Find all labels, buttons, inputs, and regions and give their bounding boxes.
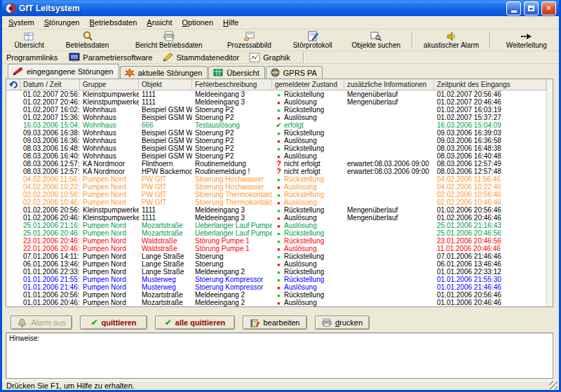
- table-row[interactable]: 08.03.2006 12:57:48KA NordmoorHPW Backem…: [6, 168, 546, 175]
- zustand-label: Auslösung: [284, 114, 317, 121]
- toolbar-button-uebersicht[interactable]: Übersicht: [5, 30, 53, 50]
- alarm-aus-button[interactable]: Alarm aus: [11, 316, 72, 330]
- table-row[interactable]: 01.01.2006 20:46:46Pumpen NordMozartstra…: [6, 299, 546, 306]
- sort-column-header[interactable]: [6, 79, 20, 90]
- cell-fehlerbeschreibung: Störung Pumpe 1: [192, 245, 272, 252]
- programmlink-stammdateneditor[interactable]: Stammdateneditor: [159, 52, 242, 63]
- close-button[interactable]: ×: [541, 1, 556, 15]
- bearbeiten-button[interactable]: bearbeiten: [243, 316, 307, 330]
- table-row[interactable]: 01.01.2006 22:33:11Pumpen NordLange Stra…: [6, 268, 546, 276]
- table-row[interactable]: 08.03.2006 16:40:15WohnhausBeispiel GSM …: [6, 152, 546, 160]
- toolbar-button-objekte-suchen[interactable]: Objekte suchen: [344, 30, 408, 50]
- table-row[interactable]: 01.01.2006 21:55:11Pumpen NordMusterwegS…: [6, 276, 546, 283]
- toolbar-button-label: Störprotokoll: [293, 41, 332, 49]
- alarm-icon: [125, 69, 135, 77]
- cell-datum: 02.02.2006 10:56:46: [20, 191, 80, 198]
- cell-zusaetzliche-informationen: [344, 175, 434, 183]
- menu-stoerungen[interactable]: Störungen: [39, 17, 85, 28]
- column-header-gemeldeter-zustand[interactable]: gemeldeter Zustand: [272, 79, 344, 90]
- table-row[interactable]: 01.02.2007 15:36:42WohnhausBeispiel GSM …: [6, 114, 546, 121]
- cell-zusaetzliche-informationen: [344, 152, 434, 160]
- column-header-datum[interactable]: Datum / Zeit: [20, 79, 80, 90]
- column-header-objekt[interactable]: Objekt: [139, 79, 192, 90]
- zustand-label: Rückstellung: [284, 268, 324, 276]
- zustand-label: Auslösung: [284, 152, 317, 160]
- splitter[interactable]: [2, 307, 559, 314]
- quittieren-button[interactable]: ✔ quittieren: [80, 316, 147, 330]
- table-row[interactable]: 01.02.2006 20:56:46Kleinstpumpwerke1111M…: [6, 206, 546, 214]
- table-row[interactable]: 01.02.2007 16:02:32WohnhausBeispiel GSM …: [6, 106, 546, 114]
- drucken-button[interactable]: drucken: [315, 316, 370, 330]
- column-header-gruppe[interactable]: Gruppe: [80, 79, 139, 90]
- column-header-zusaetzliche-informationen[interactable]: zusätzliche Informationen: [344, 79, 434, 90]
- cell-zeitpunkt-des-eingangs: 01.01.2006 20:46:46: [434, 299, 546, 306]
- tab-eingegangene-stoerungen[interactable]: eingegangene Störungen: [8, 64, 119, 79]
- table-row[interactable]: 06.01.2006 13:46:46Pumpen NordLange Stra…: [6, 260, 546, 268]
- table-row[interactable]: 08.03.2006 16:48:04WohnhausBeispiel GSM …: [6, 144, 546, 152]
- toolbar-button-prozessabbild[interactable]: Prozessabbild: [217, 30, 281, 50]
- table-row[interactable]: 25.01.2006 21:16:33Pumpen NordMozartstra…: [6, 222, 546, 229]
- cell-zeitpunkt-des-eingangs: 08.03.2006 16:48:38: [434, 144, 546, 152]
- resize-grip[interactable]: [549, 381, 557, 389]
- toolbar-button-bericht-betriebsdaten[interactable]: Bericht Betriebsdaten: [121, 30, 217, 50]
- cell-zustand: ●Rückstellung: [272, 276, 344, 283]
- toolbar-button-stoerprotokoll[interactable]: Störprotokoll: [281, 30, 344, 50]
- programmlink-parametriersoftware[interactable]: Parametriersoftware: [66, 52, 155, 63]
- menu-betriebsdaten[interactable]: Betriebsdaten: [84, 17, 142, 28]
- table-row[interactable]: 08.03.2006 12:57:49KA NordmoorFlinthoern…: [6, 160, 546, 168]
- red-dot-icon: ●: [275, 114, 283, 121]
- menu-optionen[interactable]: Optionen: [177, 17, 218, 28]
- row-marker-cell: [6, 283, 20, 291]
- toolbar-button-akustischer-alarm[interactable]: akustischer Alarm: [417, 30, 485, 50]
- table-row[interactable]: 09.03.2006 16:38:02WohnhausBeispiel GSM …: [6, 129, 546, 137]
- alle-quittieren-button[interactable]: ✔ alle quittieren: [155, 316, 235, 330]
- cell-datum: 22.01.2006 20:46:46: [20, 245, 80, 252]
- table-row[interactable]: 02.02.2006 10:56:46Pumpen NordPW GfTStoe…: [6, 191, 546, 198]
- table-row[interactable]: 23.01.2006 20:46:46Pumpen NordWaldstraße…: [6, 237, 546, 245]
- menu-ansicht[interactable]: Ansicht: [142, 17, 177, 28]
- column-header-zeitpunkt-des-eingangs[interactable]: Zeitpunkt des Eingangs: [434, 79, 546, 90]
- column-header-fehlerbeschreibung[interactable]: Fehlerbeschreibung: [192, 79, 272, 90]
- green-dot-icon: ●: [275, 230, 283, 237]
- cell-zeitpunkt-des-eingangs: 01.02.2007 20:46:46: [434, 98, 546, 106]
- minimize-button[interactable]: [506, 1, 521, 15]
- cell-objekt: PW GfT: [139, 191, 192, 198]
- cell-zeitpunkt-des-eingangs: 11.01.2006 20:46:46: [434, 245, 546, 252]
- table-row[interactable]: 01.02.2007 20:56:46Kleinstpumpwerke1111M…: [6, 90, 546, 98]
- table-row[interactable]: 22.01.2006 20:46:46Pumpen NordWaldstraße…: [6, 245, 546, 252]
- programmlink-label: Graphik: [263, 53, 290, 62]
- programmlinks-bar: Programmlinks Parametriersoftware Stammd…: [2, 51, 559, 64]
- maximize-button[interactable]: [524, 1, 539, 15]
- table-row[interactable]: 09.03.2006 16:36:19WohnhausBeispiel GSM …: [6, 137, 546, 144]
- cell-zustand: ●Rückstellung: [272, 291, 344, 299]
- cell-zusaetzliche-informationen: [344, 114, 434, 121]
- tab-aktuelle-stoerungen[interactable]: aktuelle Störungen: [120, 66, 208, 79]
- menu-hilfe[interactable]: Hilfe: [218, 17, 243, 28]
- tab-gprs-pa[interactable]: GPRS PA: [266, 66, 323, 79]
- check-icon: ✔: [90, 318, 97, 327]
- table-row[interactable]: 01.02.2007 20:46:46Kleinstpumpwerke1111M…: [6, 98, 546, 106]
- table-row[interactable]: 04.02.2006 11:56:46Pumpen NordPW GfTStoe…: [6, 175, 546, 183]
- table-row[interactable]: 04.02.2006 10:22:46Pumpen NordPW GfTStoe…: [6, 183, 546, 191]
- toolbar-button-betriebsdaten[interactable]: Betriebsdaten: [53, 30, 121, 50]
- table-row[interactable]: 01.01.2006 20:56:46Pumpen NordMozartstra…: [6, 291, 546, 299]
- zustand-label: Rückstellung: [284, 229, 324, 237]
- table-row[interactable]: 02.02.2006 10:46:46Pumpen NordPW GfTStoe…: [6, 198, 546, 206]
- menu-system[interactable]: System: [4, 17, 39, 28]
- table-row[interactable]: 01.02.2006 20:46:46Kleinstpumpwerke1111M…: [6, 214, 546, 222]
- green-dot-icon: ●: [275, 207, 283, 214]
- table-row[interactable]: 01.01.2006 21:46:46Pumpen NordMusterwegS…: [6, 283, 546, 291]
- table-row[interactable]: 07.01.2006 14:11:12Pumpen NordLange Stra…: [6, 252, 546, 260]
- cell-zeitpunkt-des-eingangs: 09.03.2006 16:39:03: [434, 129, 546, 137]
- toolbar-button-weiterleitung[interactable]: Weiterleitung: [494, 30, 559, 50]
- notes-panel[interactable]: Hinweise:: [6, 332, 553, 379]
- tab-uebersicht[interactable]: Übersicht: [208, 66, 264, 79]
- table-row[interactable]: 16.03.2006 15:04:19Wohnhaus666Testauslös…: [6, 121, 546, 129]
- vertical-scrollbar[interactable]: [546, 79, 553, 306]
- programmlink-graphik[interactable]: Graphik: [246, 52, 293, 63]
- cell-datum: 02.02.2006 10:46:46: [20, 198, 80, 206]
- cell-zeitpunkt-des-eingangs: 01.01.2006 20:56:46: [434, 291, 546, 299]
- cell-gruppe: Wohnhaus: [80, 114, 139, 121]
- table-row[interactable]: 25.01.2006 20:46:46Pumpen NordMozartstra…: [6, 229, 546, 237]
- chart-icon: [249, 53, 260, 62]
